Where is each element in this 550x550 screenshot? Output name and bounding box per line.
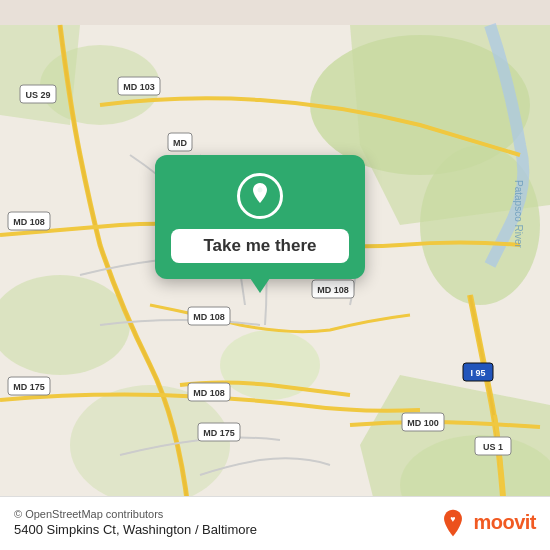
attribution-text: © OpenStreetMap contributors bbox=[14, 508, 257, 520]
address-text: 5400 Simpkins Ct, Washington / Baltimore bbox=[14, 522, 257, 537]
svg-text:MD 175: MD 175 bbox=[13, 382, 45, 392]
bottom-bar: © OpenStreetMap contributors 5400 Simpki… bbox=[0, 496, 550, 550]
svg-text:Patapsco River: Patapsco River bbox=[513, 180, 524, 248]
svg-text:♥: ♥ bbox=[451, 514, 456, 524]
location-pin-icon bbox=[248, 181, 272, 211]
svg-text:MD 108: MD 108 bbox=[13, 217, 45, 227]
svg-text:I 95: I 95 bbox=[470, 368, 485, 378]
map-container: US 29 MD 103 MD MD 108 MD 103 MD 108 MD … bbox=[0, 0, 550, 550]
svg-text:US 1: US 1 bbox=[483, 442, 503, 452]
location-pin-circle bbox=[237, 173, 283, 219]
svg-text:MD 108: MD 108 bbox=[193, 388, 225, 398]
moovit-logo: ♥ moovit bbox=[437, 507, 536, 539]
svg-text:US 29: US 29 bbox=[25, 90, 50, 100]
svg-text:MD: MD bbox=[173, 138, 187, 148]
svg-point-10 bbox=[70, 385, 230, 505]
popup-card: Take me there bbox=[155, 155, 365, 279]
svg-text:MD 108: MD 108 bbox=[317, 285, 349, 295]
moovit-brand-text: moovit bbox=[473, 511, 536, 534]
take-me-there-button[interactable]: Take me there bbox=[171, 229, 349, 263]
svg-text:MD 175: MD 175 bbox=[203, 428, 235, 438]
svg-text:MD 100: MD 100 bbox=[407, 418, 439, 428]
svg-text:MD 108: MD 108 bbox=[193, 312, 225, 322]
moovit-icon: ♥ bbox=[437, 507, 469, 539]
svg-text:MD 103: MD 103 bbox=[123, 82, 155, 92]
